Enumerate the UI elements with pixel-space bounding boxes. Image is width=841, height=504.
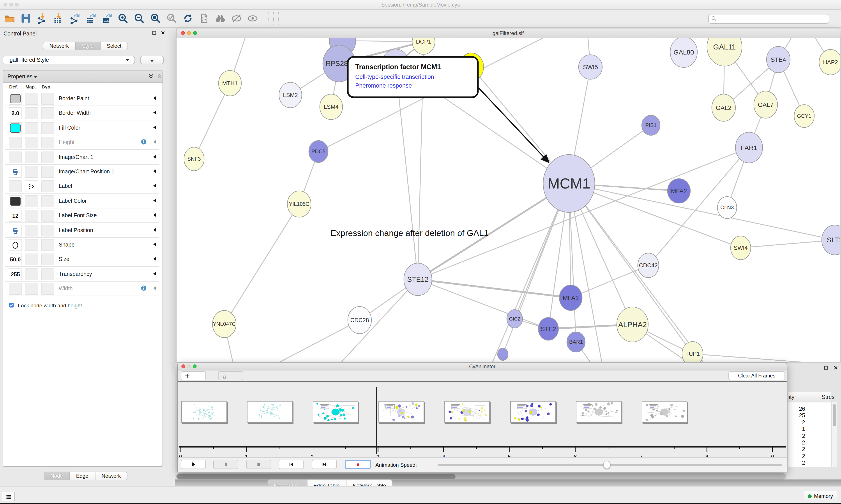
byp-cell[interactable] <box>41 254 54 266</box>
table-cell-value[interactable]: 25 <box>788 413 805 419</box>
network-node-ste2[interactable]: STE2 <box>538 318 558 340</box>
network-node-gcy1[interactable]: GCY1 <box>794 105 814 127</box>
maximize-window-icon[interactable] <box>15 3 19 6</box>
byp-cell[interactable] <box>41 151 54 163</box>
map-cell[interactable] <box>25 137 38 148</box>
annotation-callout[interactable]: Transcription factor MCM1Cell-type-speci… <box>348 57 549 162</box>
table-column-headers[interactable]: ity Stres <box>788 392 831 402</box>
search-input[interactable] <box>717 16 829 22</box>
network-window-title-bar[interactable]: galFiltered.sif <box>177 29 840 38</box>
skip-start-button[interactable] <box>279 460 304 469</box>
table-cell-value[interactable]: 2 <box>788 453 805 459</box>
expand-left-icon[interactable] <box>153 96 156 100</box>
tab-network[interactable]: Network <box>95 472 127 480</box>
network-node-sn[interactable] <box>498 348 508 360</box>
property-row-label-font-size[interactable]: 12Label Font Size <box>5 209 159 223</box>
def-cell[interactable]: 50.0 <box>9 254 22 266</box>
column-header-stress[interactable]: Stres <box>818 394 835 400</box>
map-cell[interactable] <box>25 239 38 251</box>
info-icon[interactable] <box>141 139 147 145</box>
network-node-gal11[interactable]: GAL11 <box>707 38 742 66</box>
export-table-button[interactable] <box>84 12 97 25</box>
hide-details-button[interactable] <box>230 12 243 25</box>
byp-cell[interactable] <box>41 239 54 251</box>
close-window-icon[interactable] <box>3 3 7 6</box>
slider-thumb[interactable] <box>603 461 611 469</box>
byp-cell[interactable] <box>41 268 54 280</box>
table-cell-value[interactable]: 2 <box>788 433 805 439</box>
byp-cell[interactable] <box>41 224 54 236</box>
close-panel-icon[interactable] <box>160 30 165 35</box>
zoom-in-button[interactable] <box>117 12 130 25</box>
network-node-pdc5[interactable]: PDC5 <box>309 141 328 162</box>
info-icon[interactable] <box>141 285 147 291</box>
byp-cell[interactable] <box>41 166 54 178</box>
network-edge[interactable] <box>741 240 835 248</box>
minimize-window-icon[interactable] <box>9 3 13 6</box>
network-edge[interactable] <box>238 320 360 366</box>
expand-left-icon[interactable] <box>153 228 156 232</box>
network-node-dcp1[interactable]: DCP1 <box>412 38 435 54</box>
byp-cell[interactable] <box>41 137 54 148</box>
network-node-yil105c[interactable]: YIL105C <box>287 191 311 217</box>
timeline-playhead[interactable] <box>376 387 377 454</box>
table-cell-value[interactable]: 1 <box>788 426 805 432</box>
animation-frame-4[interactable] <box>378 401 424 422</box>
table-vertical-scrollbar[interactable] <box>831 402 837 467</box>
expand-left-icon[interactable] <box>153 213 156 217</box>
export-network-button[interactable] <box>68 12 81 25</box>
network-node-bar1[interactable]: BAR1 <box>567 332 585 352</box>
tab-network[interactable]: Network <box>43 41 75 50</box>
float-panel-icon[interactable] <box>151 30 157 35</box>
network-canvas[interactable]: DCP1RPS28ADMC1PCK1SWI5GAL80GAL11STE4HAP2… <box>177 38 840 366</box>
tab-node[interactable]: Node <box>44 472 69 480</box>
property-row-image-chart-position-1[interactable]: Image/Chart Position 1 <box>5 165 159 179</box>
network-node-gic2[interactable]: GIC2 <box>507 310 522 328</box>
network-node-ste4[interactable]: STE4 <box>767 47 790 73</box>
maximize-window-icon[interactable] <box>193 364 197 368</box>
def-cell[interactable] <box>9 151 22 163</box>
network-edge[interactable] <box>418 280 571 298</box>
property-row-shape[interactable]: Shape <box>5 238 159 252</box>
float-panel-icon[interactable] <box>823 365 829 371</box>
zoom-out-button[interactable] <box>133 12 146 25</box>
def-cell[interactable]: 12 <box>9 210 22 221</box>
search-network-button[interactable] <box>214 12 227 25</box>
minimize-window-icon[interactable] <box>187 364 191 368</box>
style-options-button[interactable] <box>140 56 164 65</box>
expand-left-icon[interactable] <box>153 257 156 261</box>
map-cell[interactable] <box>25 195 38 207</box>
show-details-button[interactable] <box>246 12 259 25</box>
network-node-lsm4[interactable]: LSM4 <box>320 94 342 120</box>
annotation-link[interactable]: Pheromone response <box>355 82 412 89</box>
network-node-mfa1[interactable]: MFA1 <box>559 285 582 310</box>
property-row-transparency[interactable]: 255Transparency <box>5 267 159 282</box>
close-panel-icon[interactable] <box>833 365 838 371</box>
copy-document-button[interactable] <box>198 12 211 25</box>
map-cell[interactable] <box>25 181 38 193</box>
network-node-snf3[interactable]: SNF3 <box>184 147 204 171</box>
play-button[interactable] <box>181 460 206 469</box>
byp-cell[interactable] <box>41 210 54 221</box>
expand-left-icon[interactable] <box>153 125 156 130</box>
record-button[interactable] <box>345 460 371 469</box>
close-window-icon[interactable] <box>181 364 185 368</box>
network-node-cdc28[interactable]: CDC28 <box>348 307 372 334</box>
lock-aspect-row[interactable]: Lock node width and height <box>5 299 159 312</box>
network-caption-annotation[interactable]: Expression change after deletion of GAL1 <box>330 228 489 238</box>
def-cell[interactable] <box>9 181 22 193</box>
map-cell[interactable] <box>25 122 38 134</box>
property-row-fill-color[interactable]: Fill Color <box>5 121 159 135</box>
network-node-cln3[interactable]: CLN3 <box>717 197 737 218</box>
expand-all-icon[interactable] <box>148 73 154 80</box>
network-node-swi5[interactable]: SWI5 <box>579 55 602 79</box>
add-frame-button[interactable] <box>181 371 206 380</box>
expand-left-icon[interactable] <box>153 111 156 115</box>
byp-cell[interactable] <box>41 195 54 207</box>
lock-checkbox[interactable] <box>8 302 15 308</box>
property-row-border-paint[interactable]: Border Paint <box>5 91 159 106</box>
animation-frame-2[interactable] <box>247 401 292 422</box>
property-row-label-position[interactable]: Label Position <box>5 223 159 237</box>
delete-frame-button[interactable] <box>218 371 243 380</box>
table-cell-value[interactable]: 2 <box>788 446 805 453</box>
